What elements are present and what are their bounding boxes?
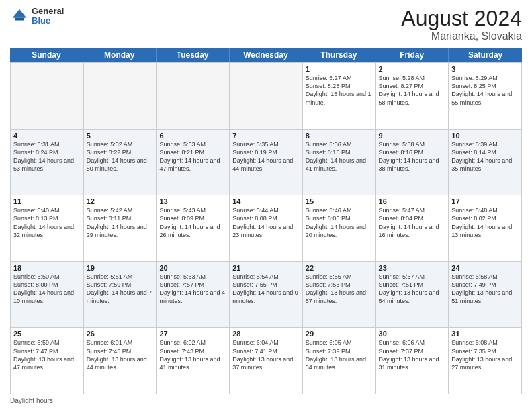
- cal-cell-17: 17Sunrise: 5:48 AM Sunset: 8:02 PM Dayli…: [449, 195, 522, 262]
- cal-cell-14: 14Sunrise: 5:44 AM Sunset: 8:08 PM Dayli…: [230, 195, 303, 262]
- day-number: 3: [451, 65, 519, 73]
- day-info: Sunrise: 5:35 AM Sunset: 8:19 PM Dayligh…: [232, 140, 300, 173]
- header: General Blue August 2024 Marianka, Slova…: [10, 7, 522, 42]
- day-info: Sunrise: 6:01 AM Sunset: 7:45 PM Dayligh…: [87, 338, 154, 371]
- cal-cell-6: 6Sunrise: 5:33 AM Sunset: 8:21 PM Daylig…: [157, 130, 230, 196]
- cal-cell-26: 26Sunrise: 6:01 AM Sunset: 7:45 PM Dayli…: [84, 328, 157, 394]
- day-info: Sunrise: 5:36 AM Sunset: 8:18 PM Dayligh…: [306, 140, 373, 173]
- cal-header-tuesday: Tuesday: [157, 48, 230, 62]
- day-info: Sunrise: 5:29 AM Sunset: 8:25 PM Dayligh…: [451, 74, 519, 107]
- cal-cell-27: 27Sunrise: 6:02 AM Sunset: 7:43 PM Dayli…: [157, 328, 230, 394]
- cal-cell-25: 25Sunrise: 5:59 AM Sunset: 7:47 PM Dayli…: [11, 328, 84, 394]
- cal-cell-12: 12Sunrise: 5:42 AM Sunset: 8:11 PM Dayli…: [84, 195, 157, 262]
- cal-cell-13: 13Sunrise: 5:43 AM Sunset: 8:09 PM Dayli…: [157, 195, 230, 262]
- day-info: Sunrise: 5:55 AM Sunset: 7:53 PM Dayligh…: [306, 273, 373, 306]
- day-info: Sunrise: 5:27 AM Sunset: 8:28 PM Dayligh…: [306, 74, 373, 107]
- day-info: Sunrise: 5:46 AM Sunset: 8:06 PM Dayligh…: [306, 206, 373, 239]
- day-number: 21: [232, 264, 300, 272]
- cal-cell-30: 30Sunrise: 6:06 AM Sunset: 7:37 PM Dayli…: [376, 328, 449, 394]
- cal-cell-2: 2Sunrise: 5:28 AM Sunset: 8:27 PM Daylig…: [376, 63, 449, 130]
- cal-cell-24: 24Sunrise: 5:58 AM Sunset: 7:49 PM Dayli…: [449, 262, 522, 328]
- day-info: Sunrise: 5:50 AM Sunset: 8:00 PM Dayligh…: [13, 273, 81, 306]
- day-info: Sunrise: 5:40 AM Sunset: 8:13 PM Dayligh…: [13, 206, 81, 239]
- day-info: Sunrise: 5:28 AM Sunset: 8:27 PM Dayligh…: [379, 74, 446, 107]
- day-number: 15: [306, 197, 373, 205]
- cal-cell-5: 5Sunrise: 5:32 AM Sunset: 8:22 PM Daylig…: [84, 130, 157, 196]
- day-info: Sunrise: 5:42 AM Sunset: 8:11 PM Dayligh…: [87, 206, 154, 239]
- day-number: 9: [379, 132, 446, 140]
- day-number: 23: [379, 264, 446, 272]
- cal-cell-16: 16Sunrise: 5:47 AM Sunset: 8:04 PM Dayli…: [376, 195, 449, 262]
- cal-cell-18: 18Sunrise: 5:50 AM Sunset: 8:00 PM Dayli…: [11, 262, 84, 328]
- day-info: Sunrise: 5:53 AM Sunset: 7:57 PM Dayligh…: [159, 273, 226, 306]
- cal-cell-empty-1: [84, 63, 157, 130]
- cal-cell-empty-2: [157, 63, 230, 130]
- day-number: 1: [306, 65, 373, 73]
- day-info: Sunrise: 5:31 AM Sunset: 8:24 PM Dayligh…: [13, 140, 81, 173]
- cal-header-thursday: Thursday: [302, 48, 375, 62]
- day-number: 16: [379, 197, 446, 205]
- day-info: Sunrise: 5:38 AM Sunset: 8:16 PM Dayligh…: [379, 140, 446, 173]
- day-number: 13: [159, 197, 226, 205]
- day-info: Sunrise: 5:39 AM Sunset: 8:14 PM Dayligh…: [451, 140, 519, 173]
- day-number: 11: [13, 197, 81, 205]
- day-info: Sunrise: 5:51 AM Sunset: 7:59 PM Dayligh…: [87, 273, 154, 306]
- cal-cell-4: 4Sunrise: 5:31 AM Sunset: 8:24 PM Daylig…: [11, 130, 84, 196]
- cal-week-3: 11Sunrise: 5:40 AM Sunset: 8:13 PM Dayli…: [11, 195, 522, 262]
- logo-icon: [10, 7, 29, 26]
- footer-note: Daylight hours: [10, 397, 522, 404]
- cal-cell-20: 20Sunrise: 5:53 AM Sunset: 7:57 PM Dayli…: [157, 262, 230, 328]
- day-number: 27: [159, 330, 226, 338]
- day-info: Sunrise: 6:02 AM Sunset: 7:43 PM Dayligh…: [159, 338, 226, 371]
- day-number: 5: [87, 132, 154, 140]
- cal-cell-19: 19Sunrise: 5:51 AM Sunset: 7:59 PM Dayli…: [84, 262, 157, 328]
- day-number: 28: [232, 330, 300, 338]
- day-number: 24: [451, 264, 519, 272]
- logo-general-text: General: [32, 7, 64, 16]
- cal-cell-1: 1Sunrise: 5:27 AM Sunset: 8:28 PM Daylig…: [303, 63, 376, 130]
- day-info: Sunrise: 6:04 AM Sunset: 7:41 PM Dayligh…: [232, 338, 300, 371]
- cal-header-monday: Monday: [83, 48, 157, 62]
- day-info: Sunrise: 5:33 AM Sunset: 8:21 PM Dayligh…: [159, 140, 226, 173]
- cal-header-friday: Friday: [375, 48, 449, 62]
- title-block: August 2024 Marianka, Slovakia: [401, 7, 522, 42]
- day-number: 30: [379, 330, 446, 338]
- day-number: 18: [13, 264, 81, 272]
- svg-rect-1: [15, 18, 24, 21]
- day-info: Sunrise: 5:54 AM Sunset: 7:55 PM Dayligh…: [232, 273, 300, 306]
- logo: General Blue: [10, 7, 64, 26]
- cal-week-5: 25Sunrise: 5:59 AM Sunset: 7:47 PM Dayli…: [11, 328, 522, 394]
- day-number: 20: [159, 264, 226, 272]
- day-number: 7: [232, 132, 300, 140]
- day-number: 8: [306, 132, 373, 140]
- cal-week-1: 1Sunrise: 5:27 AM Sunset: 8:28 PM Daylig…: [11, 63, 522, 130]
- day-info: Sunrise: 5:48 AM Sunset: 8:02 PM Dayligh…: [451, 206, 519, 239]
- day-number: 17: [451, 197, 519, 205]
- calendar-body: 1Sunrise: 5:27 AM Sunset: 8:28 PM Daylig…: [10, 62, 522, 394]
- day-info: Sunrise: 5:43 AM Sunset: 8:09 PM Dayligh…: [159, 206, 226, 239]
- day-number: 2: [379, 65, 446, 73]
- day-info: Sunrise: 5:58 AM Sunset: 7:49 PM Dayligh…: [451, 273, 519, 306]
- cal-cell-8: 8Sunrise: 5:36 AM Sunset: 8:18 PM Daylig…: [303, 130, 376, 196]
- day-info: Sunrise: 5:59 AM Sunset: 7:47 PM Dayligh…: [13, 338, 81, 371]
- cal-cell-11: 11Sunrise: 5:40 AM Sunset: 8:13 PM Dayli…: [11, 195, 84, 262]
- title-location: Marianka, Slovakia: [401, 30, 522, 42]
- day-number: 6: [159, 132, 226, 140]
- cal-cell-28: 28Sunrise: 6:04 AM Sunset: 7:41 PM Dayli…: [230, 328, 303, 394]
- cal-cell-10: 10Sunrise: 5:39 AM Sunset: 8:14 PM Dayli…: [449, 130, 522, 196]
- cal-cell-29: 29Sunrise: 6:05 AM Sunset: 7:39 PM Dayli…: [303, 328, 376, 394]
- calendar: SundayMondayTuesdayWednesdayThursdayFrid…: [10, 48, 522, 394]
- day-info: Sunrise: 6:05 AM Sunset: 7:39 PM Dayligh…: [306, 338, 373, 371]
- logo-text: General Blue: [32, 7, 64, 26]
- day-info: Sunrise: 5:47 AM Sunset: 8:04 PM Dayligh…: [379, 206, 446, 239]
- cal-cell-3: 3Sunrise: 5:29 AM Sunset: 8:25 PM Daylig…: [449, 63, 522, 130]
- cal-week-2: 4Sunrise: 5:31 AM Sunset: 8:24 PM Daylig…: [11, 130, 522, 196]
- cal-cell-empty-0: [11, 63, 84, 130]
- day-number: 22: [306, 264, 373, 272]
- day-number: 19: [87, 264, 154, 272]
- day-number: 26: [87, 330, 154, 338]
- day-number: 12: [87, 197, 154, 205]
- page: General Blue August 2024 Marianka, Slova…: [0, 0, 532, 411]
- day-info: Sunrise: 6:08 AM Sunset: 7:35 PM Dayligh…: [451, 338, 519, 371]
- cal-cell-23: 23Sunrise: 5:57 AM Sunset: 7:51 PM Dayli…: [376, 262, 449, 328]
